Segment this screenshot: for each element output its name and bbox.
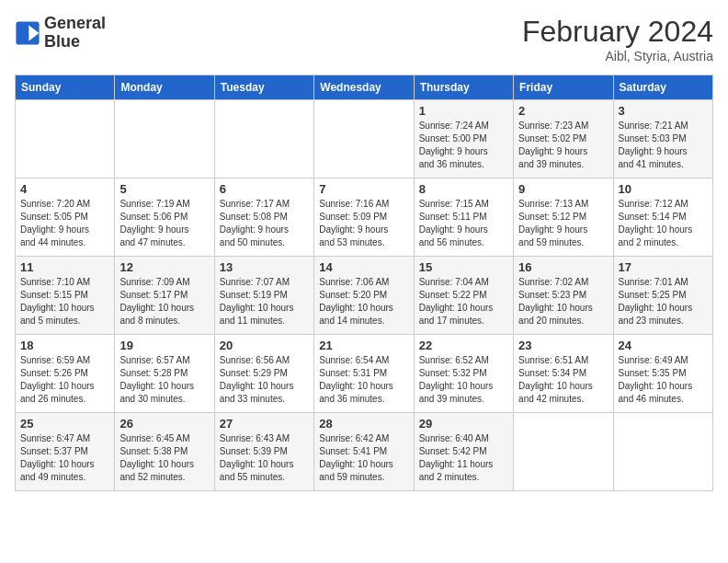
day-info: Sunrise: 6:47 AM Sunset: 5:37 PM Dayligh… [20, 432, 109, 484]
calendar-cell: 29Sunrise: 6:40 AM Sunset: 5:42 PM Dayli… [414, 413, 513, 491]
location-subtitle: Aibl, Styria, Austria [522, 49, 713, 63]
day-info: Sunrise: 7:23 AM Sunset: 5:02 PM Dayligh… [518, 120, 608, 171]
calendar-cell: 18Sunrise: 6:59 AM Sunset: 5:26 PM Dayli… [16, 335, 115, 413]
calendar-cell: 21Sunrise: 6:54 AM Sunset: 5:31 PM Dayli… [314, 335, 414, 413]
day-info: Sunrise: 6:57 AM Sunset: 5:28 PM Dayligh… [119, 354, 209, 406]
calendar-cell: 16Sunrise: 7:02 AM Sunset: 5:23 PM Dayli… [514, 257, 613, 335]
day-info: Sunrise: 7:21 AM Sunset: 5:03 PM Dayligh… [619, 120, 708, 171]
calendar-week-row: 1Sunrise: 7:24 AM Sunset: 5:00 PM Daylig… [16, 100, 713, 178]
day-number: 16 [518, 260, 608, 274]
day-header-saturday: Saturday [613, 75, 712, 100]
day-info: Sunrise: 6:43 AM Sunset: 5:39 PM Dayligh… [220, 432, 309, 484]
calendar-cell: 10Sunrise: 7:12 AM Sunset: 5:14 PM Dayli… [613, 178, 712, 257]
calendar-cell: 25Sunrise: 6:47 AM Sunset: 5:37 PM Dayli… [16, 413, 115, 491]
day-info: Sunrise: 6:45 AM Sunset: 5:38 PM Dayligh… [119, 432, 209, 484]
day-number: 28 [319, 417, 408, 431]
day-number: 12 [119, 260, 209, 274]
day-info: Sunrise: 7:09 AM Sunset: 5:17 PM Dayligh… [119, 276, 209, 327]
day-info: Sunrise: 6:49 AM Sunset: 5:35 PM Dayligh… [619, 354, 708, 406]
day-info: Sunrise: 7:19 AM Sunset: 5:06 PM Dayligh… [119, 198, 209, 249]
day-number: 26 [119, 417, 209, 431]
day-info: Sunrise: 7:17 AM Sunset: 5:08 PM Dayligh… [220, 198, 309, 249]
day-number: 17 [619, 260, 708, 274]
calendar-cell: 9Sunrise: 7:13 AM Sunset: 5:12 PM Daylig… [514, 178, 613, 257]
day-number: 27 [220, 417, 309, 431]
calendar-cell: 13Sunrise: 7:07 AM Sunset: 5:19 PM Dayli… [214, 257, 313, 335]
day-info: Sunrise: 7:20 AM Sunset: 5:05 PM Dayligh… [20, 198, 109, 249]
day-number: 21 [319, 339, 408, 352]
calendar-cell: 1Sunrise: 7:24 AM Sunset: 5:00 PM Daylig… [414, 100, 513, 178]
day-info: Sunrise: 6:51 AM Sunset: 5:34 PM Dayligh… [518, 354, 608, 406]
day-number: 8 [419, 182, 508, 196]
day-header-sunday: Sunday [16, 75, 115, 100]
calendar-cell: 6Sunrise: 7:17 AM Sunset: 5:08 PM Daylig… [214, 178, 313, 257]
day-number: 14 [319, 260, 408, 274]
calendar-cell: 26Sunrise: 6:45 AM Sunset: 5:38 PM Dayli… [115, 413, 214, 491]
calendar-cell: 4Sunrise: 7:20 AM Sunset: 5:05 PM Daylig… [16, 178, 115, 257]
day-number: 11 [20, 260, 109, 274]
calendar-cell: 24Sunrise: 6:49 AM Sunset: 5:35 PM Dayli… [613, 335, 712, 413]
day-header-thursday: Thursday [414, 75, 513, 100]
calendar-cell [214, 100, 313, 178]
logo: General Blue [15, 15, 106, 52]
day-number: 19 [119, 339, 209, 352]
day-header-wednesday: Wednesday [314, 75, 414, 100]
calendar-cell: 11Sunrise: 7:10 AM Sunset: 5:15 PM Dayli… [16, 257, 115, 335]
day-info: Sunrise: 7:06 AM Sunset: 5:20 PM Dayligh… [319, 276, 408, 327]
calendar-week-row: 25Sunrise: 6:47 AM Sunset: 5:37 PM Dayli… [16, 413, 713, 491]
day-number: 23 [518, 339, 608, 352]
day-info: Sunrise: 6:42 AM Sunset: 5:41 PM Dayligh… [319, 432, 408, 484]
calendar-cell [613, 413, 712, 491]
day-info: Sunrise: 6:59 AM Sunset: 5:26 PM Dayligh… [20, 354, 109, 406]
calendar-week-row: 18Sunrise: 6:59 AM Sunset: 5:26 PM Dayli… [16, 335, 713, 413]
day-number: 4 [20, 182, 109, 196]
day-number: 22 [419, 339, 508, 352]
calendar-cell: 28Sunrise: 6:42 AM Sunset: 5:41 PM Dayli… [314, 413, 414, 491]
calendar-cell: 22Sunrise: 6:52 AM Sunset: 5:32 PM Dayli… [414, 335, 513, 413]
calendar-cell: 17Sunrise: 7:01 AM Sunset: 5:25 PM Dayli… [613, 257, 712, 335]
day-info: Sunrise: 6:52 AM Sunset: 5:32 PM Dayligh… [419, 354, 508, 406]
calendar-week-row: 11Sunrise: 7:10 AM Sunset: 5:15 PM Dayli… [16, 257, 713, 335]
title-block: February 2024 Aibl, Styria, Austria [522, 15, 713, 63]
day-number: 18 [20, 339, 109, 352]
day-info: Sunrise: 7:16 AM Sunset: 5:09 PM Dayligh… [319, 198, 408, 249]
day-number: 15 [419, 260, 508, 274]
calendar-cell [514, 413, 613, 491]
calendar-cell [16, 100, 115, 178]
calendar-cell [314, 100, 414, 178]
calendar-cell: 5Sunrise: 7:19 AM Sunset: 5:06 PM Daylig… [115, 178, 214, 257]
day-info: Sunrise: 7:04 AM Sunset: 5:22 PM Dayligh… [419, 276, 508, 327]
day-number: 13 [220, 260, 309, 274]
page-header: General Blue February 2024 Aibl, Styria,… [15, 15, 713, 63]
day-number: 1 [419, 104, 508, 118]
logo-line2: Blue [44, 33, 106, 52]
calendar-cell: 8Sunrise: 7:15 AM Sunset: 5:11 PM Daylig… [414, 178, 513, 257]
day-info: Sunrise: 6:56 AM Sunset: 5:29 PM Dayligh… [220, 354, 309, 406]
calendar-cell: 7Sunrise: 7:16 AM Sunset: 5:09 PM Daylig… [314, 178, 414, 257]
day-number: 9 [518, 182, 608, 196]
logo-text: General Blue [44, 15, 106, 52]
calendar-cell: 23Sunrise: 6:51 AM Sunset: 5:34 PM Dayli… [514, 335, 613, 413]
day-info: Sunrise: 7:02 AM Sunset: 5:23 PM Dayligh… [518, 276, 608, 327]
calendar-cell: 2Sunrise: 7:23 AM Sunset: 5:02 PM Daylig… [514, 100, 613, 178]
calendar-week-row: 4Sunrise: 7:20 AM Sunset: 5:05 PM Daylig… [16, 178, 713, 257]
logo-line1: General [44, 15, 106, 33]
calendar-table: SundayMondayTuesdayWednesdayThursdayFrid… [15, 75, 713, 491]
day-info: Sunrise: 7:01 AM Sunset: 5:25 PM Dayligh… [619, 276, 708, 327]
day-info: Sunrise: 7:13 AM Sunset: 5:12 PM Dayligh… [518, 198, 608, 249]
day-header-friday: Friday [514, 75, 613, 100]
logo-icon [15, 20, 40, 46]
day-info: Sunrise: 7:07 AM Sunset: 5:19 PM Dayligh… [220, 276, 309, 327]
calendar-cell: 14Sunrise: 7:06 AM Sunset: 5:20 PM Dayli… [314, 257, 414, 335]
calendar-header-row: SundayMondayTuesdayWednesdayThursdayFrid… [16, 75, 713, 100]
day-number: 2 [518, 104, 608, 118]
day-number: 25 [20, 417, 109, 431]
calendar-cell: 12Sunrise: 7:09 AM Sunset: 5:17 PM Dayli… [115, 257, 214, 335]
month-title: February 2024 [522, 15, 713, 49]
day-info: Sunrise: 6:54 AM Sunset: 5:31 PM Dayligh… [319, 354, 408, 406]
day-number: 5 [119, 182, 209, 196]
day-info: Sunrise: 7:24 AM Sunset: 5:00 PM Dayligh… [419, 120, 508, 171]
day-number: 10 [619, 182, 708, 196]
day-number: 6 [220, 182, 309, 196]
day-info: Sunrise: 6:40 AM Sunset: 5:42 PM Dayligh… [419, 432, 508, 484]
